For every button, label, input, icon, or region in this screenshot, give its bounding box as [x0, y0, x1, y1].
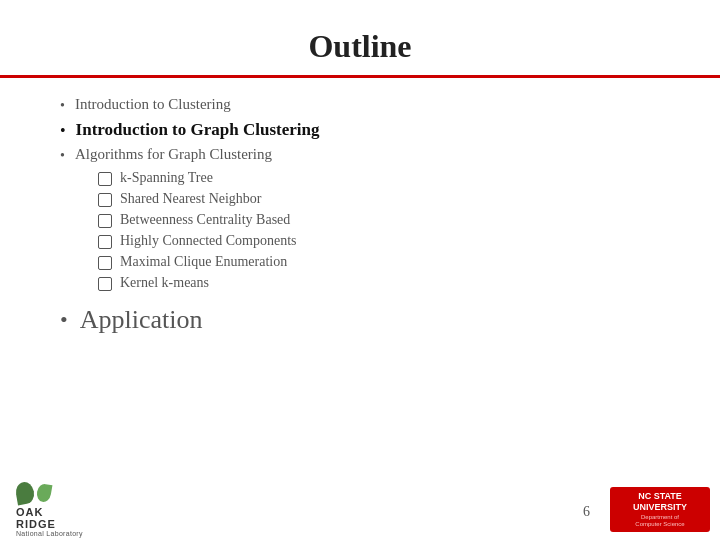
leaf-icon-2 [36, 482, 53, 502]
nc-state-logo: NC STATEUNIVERSITY Department ofComputer… [610, 487, 710, 532]
bullet-text-intro-clustering: Introduction to Clustering [75, 96, 231, 113]
oak-ridge-text-1: OAK [16, 506, 43, 518]
sub-bullet-betweenness: Betweenness Centrality Based [120, 212, 290, 228]
bullet-text-application: Application [80, 305, 203, 335]
checkbox-icon [98, 277, 112, 291]
checkbox-icon [98, 235, 112, 249]
content-area: • Introduction to Clustering • Introduct… [0, 78, 720, 335]
sub-bullet-kernel-kmeans: Kernel k-means [120, 275, 209, 291]
slide: Outline • Introduction to Clustering • I… [0, 0, 720, 540]
oak-ridge-logo: OAK RIDGE National Laboratory [16, 482, 83, 537]
sub-bullet-maximal-clique: Maximal Clique Enumeration [120, 254, 287, 270]
list-item: k-Spanning Tree [98, 170, 660, 186]
leaf-icon [14, 480, 36, 505]
list-item: • Introduction to Graph Clustering [60, 120, 660, 140]
list-item: Kernel k-means [98, 275, 660, 291]
bullet-text-algorithms: Algorithms for Graph Clustering [75, 146, 272, 163]
slide-title: Outline [308, 28, 411, 64]
bullet-text-intro-graph: Introduction to Graph Clustering [76, 120, 320, 140]
list-item: Betweenness Centrality Based [98, 212, 660, 228]
sub-bullet-highly-connected: Highly Connected Components [120, 233, 297, 249]
list-item: • Introduction to Clustering [60, 96, 660, 114]
list-item: Highly Connected Components [98, 233, 660, 249]
bullet-dot: • [60, 122, 66, 140]
list-item: • Application [60, 305, 660, 335]
page-number: 6 [583, 504, 590, 520]
nc-state-text: NC STATEUNIVERSITY [633, 491, 687, 514]
title-area: Outline [0, 0, 720, 75]
list-item: • Algorithms for Graph Clustering [60, 146, 660, 164]
bullet-dot: • [60, 98, 65, 114]
nc-state-sub: Department ofComputer Science [635, 514, 684, 528]
sub-bullets-list: k-Spanning Tree Shared Nearest Neighbor … [98, 170, 660, 291]
oak-ridge-text-2: RIDGE [16, 518, 56, 530]
checkbox-icon [98, 172, 112, 186]
checkbox-icon [98, 214, 112, 228]
bullet-dot-application: • [60, 307, 68, 333]
oak-ridge-icon [16, 482, 51, 504]
sub-bullet-k-spanning: k-Spanning Tree [120, 170, 213, 186]
sub-bullet-shared-nn: Shared Nearest Neighbor [120, 191, 262, 207]
list-item: Maximal Clique Enumeration [98, 254, 660, 270]
bullet-dot: • [60, 148, 65, 164]
checkbox-icon [98, 256, 112, 270]
oak-ridge-sub: National Laboratory [16, 530, 83, 537]
footer: OAK RIDGE National Laboratory 6 NC STATE… [0, 478, 720, 540]
checkbox-icon [98, 193, 112, 207]
list-item: Shared Nearest Neighbor [98, 191, 660, 207]
